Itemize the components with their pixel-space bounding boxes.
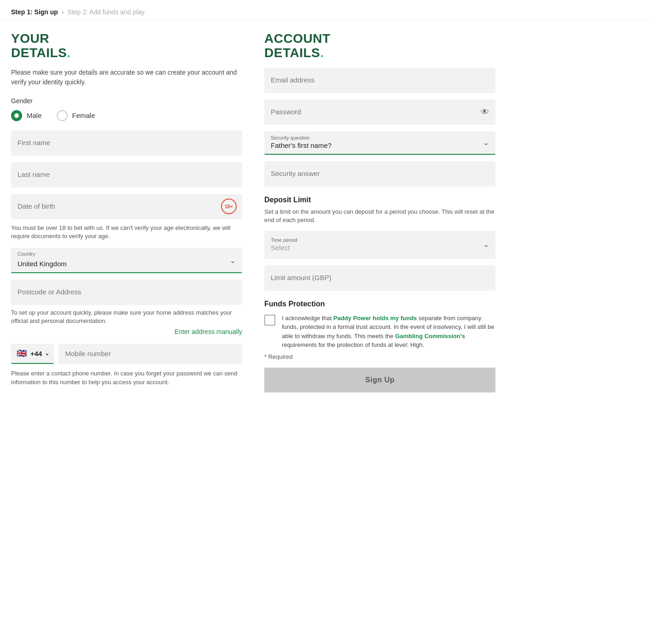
- enter-address-manually-link[interactable]: Enter address manually: [11, 328, 242, 335]
- postcode-input[interactable]: [11, 280, 242, 305]
- security-question-value: Father's first name?: [271, 141, 477, 149]
- signup-button[interactable]: Sign Up: [264, 368, 495, 392]
- gender-female-radio[interactable]: [57, 110, 68, 121]
- right-panel: ACCOUNT DETAILS. 👁 Security question Fat…: [264, 32, 495, 392]
- gambling-commission-link[interactable]: Gambling Commission's: [395, 333, 465, 340]
- gender-male-label: Male: [27, 111, 42, 119]
- left-panel: YOUR DETAILS. Please make sure your deta…: [11, 32, 242, 392]
- dob-input[interactable]: [11, 194, 242, 219]
- security-question-chevron-icon: ⌄: [483, 138, 489, 147]
- gender-male-radio[interactable]: [11, 110, 22, 121]
- time-period-label: Time period: [271, 237, 477, 243]
- security-question-label: Security question: [271, 135, 477, 141]
- paddy-power-link[interactable]: Paddy Power holds my funds: [333, 315, 417, 322]
- age-badge: 18+: [221, 199, 237, 214]
- time-period-selector[interactable]: Time period Select ⌄: [264, 231, 495, 259]
- deposit-limit-description: Set a limit on the amount you can deposi…: [264, 208, 495, 224]
- limit-amount-input[interactable]: [264, 265, 495, 291]
- email-input[interactable]: [264, 68, 495, 93]
- gender-male-option[interactable]: Male: [11, 110, 42, 121]
- gender-row: Male Female: [11, 110, 242, 121]
- phone-row: 🇬🇧 +44 ⌄: [11, 344, 242, 364]
- deposit-limit-title: Deposit Limit: [264, 196, 495, 204]
- step2-label: Step 2: Add funds and play: [68, 8, 145, 16]
- breadcrumb-chevron: ›: [62, 8, 64, 16]
- gender-female-option[interactable]: Female: [57, 110, 95, 121]
- password-input[interactable]: [264, 100, 495, 125]
- mobile-number-input[interactable]: [58, 344, 242, 364]
- funds-protection-title: Funds Protection: [264, 300, 495, 308]
- funds-protection-row: I acknowledge that Paddy Power holds my …: [264, 314, 495, 350]
- phone-country-chevron-icon: ⌄: [45, 350, 49, 357]
- your-details-title: YOUR DETAILS.: [11, 32, 242, 60]
- dob-helper-text: You must be over 18 to bet with us. If w…: [11, 224, 242, 240]
- time-period-chevron-icon: ⌄: [483, 240, 489, 249]
- funds-text-part3: requirements for the protection of funds…: [282, 341, 424, 348]
- security-question-wrapper[interactable]: Security question Father's first name? ⌄: [264, 131, 495, 155]
- phone-code: +44: [30, 350, 42, 357]
- account-details-title: ACCOUNT DETAILS.: [264, 32, 495, 60]
- breadcrumb: Step 1: Sign up › Step 2: Add funds and …: [0, 0, 652, 21]
- step1-label: Step 1: Sign up: [11, 8, 58, 16]
- main-content: YOUR DETAILS. Please make sure your deta…: [0, 21, 506, 411]
- funds-protection-checkbox[interactable]: [264, 315, 275, 326]
- first-name-input[interactable]: [11, 130, 242, 156]
- gender-female-label: Female: [72, 111, 95, 119]
- funds-text-part1: I acknowledge that: [282, 315, 333, 322]
- country-select[interactable]: United Kingdom: [11, 248, 242, 273]
- address-helper-text: To set up your account quickly, please m…: [11, 309, 242, 325]
- dob-wrapper: 18+: [11, 194, 242, 219]
- last-name-input[interactable]: [11, 162, 242, 187]
- country-select-wrapper[interactable]: Country United Kingdom ⌄: [11, 248, 242, 273]
- phone-helper-text: Please enter a contact phone number. In …: [11, 369, 242, 386]
- required-note: * Required: [264, 353, 495, 360]
- time-period-value: Select: [271, 244, 477, 252]
- uk-flag-icon: 🇬🇧: [16, 349, 28, 357]
- your-details-description: Please make sure your details are accura…: [11, 68, 242, 87]
- security-answer-input[interactable]: [264, 161, 495, 187]
- funds-protection-text: I acknowledge that Paddy Power holds my …: [282, 314, 495, 350]
- gender-label: Gender: [11, 97, 242, 105]
- password-eye-icon[interactable]: 👁: [481, 107, 489, 117]
- phone-country-selector[interactable]: 🇬🇧 +44 ⌄: [11, 344, 54, 364]
- password-wrapper: 👁: [264, 100, 495, 125]
